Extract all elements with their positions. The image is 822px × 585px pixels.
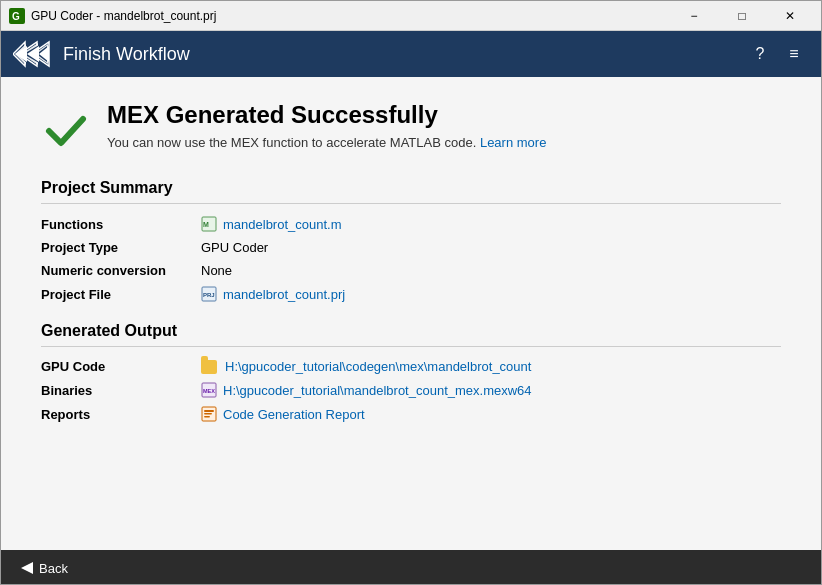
table-row: Numeric conversion None <box>41 263 781 278</box>
reports-link[interactable]: Code Generation Report <box>223 407 365 422</box>
numeric-conversion-value: None <box>201 263 232 278</box>
table-row: Project Type GPU Coder <box>41 240 781 255</box>
reports-value: Code Generation Report <box>201 406 365 422</box>
functions-value: M mandelbrot_count.m <box>201 216 342 232</box>
success-header: MEX Generated Successfully You can now u… <box>41 101 781 155</box>
table-row: GPU Code H:\gpucoder_tutorial\codegen\me… <box>41 359 781 374</box>
gpu-code-label: GPU Code <box>41 359 201 374</box>
svg-text:MEX: MEX <box>203 388 215 394</box>
report-icon <box>201 406 217 422</box>
functions-file-link[interactable]: mandelbrot_count.m <box>223 217 342 232</box>
success-text: MEX Generated Successfully You can now u… <box>107 101 546 150</box>
svg-rect-16 <box>204 413 212 415</box>
table-row: Binaries MEX H:\gpucoder_tutorial\mandel… <box>41 382 781 398</box>
gpu-code-value: H:\gpucoder_tutorial\codegen\mex\mandelb… <box>201 359 531 374</box>
project-summary-title: Project Summary <box>41 179 781 204</box>
table-row: Functions M mandelbrot_count.m <box>41 216 781 232</box>
binary-file-icon: MEX <box>201 382 217 398</box>
back-button[interactable]: Back <box>13 557 76 580</box>
toolbar-logo <box>13 38 51 70</box>
matlab-logo-icon <box>13 38 51 70</box>
table-row: Reports Code Generation Report <box>41 406 781 422</box>
main-content: MEX Generated Successfully You can now u… <box>1 77 821 550</box>
binaries-value: MEX H:\gpucoder_tutorial\mandelbrot_coun… <box>201 382 532 398</box>
svg-text:PRJ: PRJ <box>203 292 215 298</box>
toolbar-actions: ? ≡ <box>745 39 809 69</box>
close-button[interactable]: ✕ <box>767 1 813 31</box>
back-arrow-icon <box>21 562 33 574</box>
project-file-label: Project File <box>41 287 201 302</box>
project-summary-table: Functions M mandelbrot_count.m Project T… <box>41 216 781 302</box>
svg-text:G: G <box>12 11 20 22</box>
success-checkmark <box>41 105 91 155</box>
project-file-value: PRJ mandelbrot_count.prj <box>201 286 345 302</box>
checkmark-icon <box>41 105 91 155</box>
app-icon: G <box>9 8 25 24</box>
success-heading: MEX Generated Successfully <box>107 101 546 129</box>
table-row: Project File PRJ mandelbrot_count.prj <box>41 286 781 302</box>
project-summary-section: Project Summary Functions M mandelbrot_c… <box>41 179 781 302</box>
menu-button[interactable]: ≡ <box>779 39 809 69</box>
svg-rect-17 <box>204 416 210 418</box>
binaries-link[interactable]: H:\gpucoder_tutorial\mandelbrot_count_me… <box>223 383 532 398</box>
functions-label: Functions <box>41 217 201 232</box>
footer: Back <box>1 550 821 585</box>
generated-output-title: Generated Output <box>41 322 781 347</box>
svg-marker-18 <box>21 562 33 574</box>
maximize-button[interactable]: □ <box>719 1 765 31</box>
main-toolbar: Finish Workflow ? ≡ <box>1 31 821 77</box>
matlab-file-icon: M <box>201 216 217 232</box>
generated-output-section: Generated Output GPU Code H:\gpucoder_tu… <box>41 322 781 422</box>
learn-more-link[interactable]: Learn more <box>480 135 546 150</box>
window-controls: − □ ✕ <box>671 1 813 31</box>
project-type-label: Project Type <box>41 240 201 255</box>
success-description: You can now use the MEX function to acce… <box>107 135 546 150</box>
minimize-button[interactable]: − <box>671 1 717 31</box>
svg-text:M: M <box>203 221 209 228</box>
project-type-value: GPU Coder <box>201 240 268 255</box>
generated-output-table: GPU Code H:\gpucoder_tutorial\codegen\me… <box>41 359 781 422</box>
svg-rect-15 <box>204 410 214 412</box>
help-button[interactable]: ? <box>745 39 775 69</box>
folder-icon <box>201 360 217 374</box>
binaries-label: Binaries <box>41 383 201 398</box>
project-file-link[interactable]: mandelbrot_count.prj <box>223 287 345 302</box>
toolbar-title: Finish Workflow <box>63 44 745 65</box>
numeric-conversion-label: Numeric conversion <box>41 263 201 278</box>
title-bar: G GPU Coder - mandelbrot_count.prj − □ ✕ <box>1 1 821 31</box>
reports-label: Reports <box>41 407 201 422</box>
prj-file-icon: PRJ <box>201 286 217 302</box>
window-title: GPU Coder - mandelbrot_count.prj <box>31 9 671 23</box>
gpu-code-link[interactable]: H:\gpucoder_tutorial\codegen\mex\mandelb… <box>225 359 531 374</box>
